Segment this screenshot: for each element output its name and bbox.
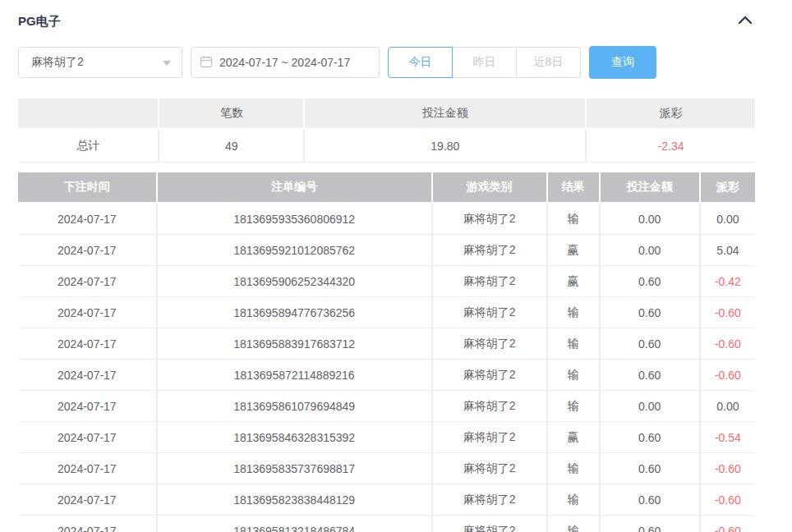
cell-result: 输	[548, 204, 599, 234]
records-header-bet-time: 下注时间	[18, 172, 156, 202]
cell-bet-amount: 0.60	[601, 422, 699, 452]
cell-bet-amount: 0.60	[601, 297, 699, 328]
cell-payout: -0.60	[701, 484, 755, 515]
summary-header-payout: 派彩	[587, 99, 755, 128]
cell-bet-time: 2024-07-17	[18, 235, 156, 265]
records-header-result: 结果	[548, 172, 599, 202]
cell-order-no: 1813695813218486784	[158, 516, 431, 532]
cell-game-type: 麻将胡了2	[433, 453, 546, 484]
summary-header-empty	[18, 99, 158, 128]
cell-bet-time: 2024-07-17	[18, 266, 156, 296]
cell-bet-amount: 0.60	[601, 453, 699, 484]
summary-header-bet-amount: 投注金额	[305, 99, 585, 128]
cell-game-type: 麻将胡了2	[433, 204, 546, 234]
table-row: 2024-07-171813695906252344320麻将胡了2赢0.60-…	[18, 266, 755, 297]
cell-order-no: 1813695823838448129	[158, 484, 431, 515]
summary-total-row: 总计 49 19.80 -2.34	[18, 130, 755, 163]
cell-order-no: 1813695846328315392	[158, 422, 431, 452]
cell-bet-amount: 0.00	[601, 204, 699, 234]
table-row: 2024-07-171813695861079694849麻将胡了2输0.000…	[18, 391, 755, 422]
cell-game-type: 麻将胡了2	[433, 266, 546, 296]
cell-payout: -0.60	[701, 453, 755, 484]
cell-game-type: 麻将胡了2	[433, 422, 546, 452]
cell-payout: -0.60	[701, 516, 755, 532]
cell-bet-amount: 0.60	[601, 484, 699, 515]
page-title: PG电子	[18, 14, 61, 30]
cell-game-type: 麻将胡了2	[433, 391, 546, 421]
quick-filter-group: 今日 昨日 近8日	[388, 47, 581, 78]
summary-table: 笔数 投注金额 派彩 总计 49 19.80 -2.34	[18, 99, 755, 163]
records-header-game-type: 游戏类别	[433, 172, 546, 202]
table-row: 2024-07-171813695823838448129麻将胡了2输0.60-…	[18, 484, 755, 516]
chevron-down-icon	[162, 56, 172, 69]
summary-total-bet-amount: 19.80	[305, 130, 585, 162]
cell-payout: 0.00	[701, 391, 755, 421]
table-row: 2024-07-171813695883917683712麻将胡了2输0.60-…	[18, 328, 755, 360]
cell-order-no: 1813695894776736256	[158, 297, 431, 328]
cell-bet-time: 2024-07-17	[18, 484, 156, 515]
cell-payout: -0.60	[701, 328, 755, 359]
cell-bet-time: 2024-07-17	[18, 453, 156, 484]
table-row: 2024-07-171813695872114889216麻将胡了2输0.60-…	[18, 360, 755, 391]
date-range-value: 2024-07-17 ~ 2024-07-17	[219, 56, 350, 69]
summary-total-label: 总计	[18, 130, 158, 162]
collapse-button[interactable]	[735, 12, 755, 30]
filter-bar: 麻将胡了2 2024-07-17 ~ 2024-07-17 今日 昨日 近8日 …	[18, 46, 755, 79]
cell-game-type: 麻将胡了2	[433, 297, 546, 328]
cell-payout: -0.60	[701, 297, 755, 328]
cell-game-type: 麻将胡了2	[433, 360, 546, 390]
cell-result: 输	[548, 516, 599, 532]
summary-header-row: 笔数 投注金额 派彩	[18, 99, 755, 128]
cell-bet-amount: 0.60	[601, 360, 699, 390]
summary-total-count: 49	[159, 130, 303, 162]
calendar-icon	[200, 55, 213, 71]
records-header-row: 下注时间 注单编号 游戏类别 结果 投注金额 派彩	[18, 172, 755, 202]
cell-bet-amount: 0.00	[601, 235, 699, 265]
cell-bet-amount: 0.60	[601, 266, 699, 296]
cell-order-no: 1813695861079694849	[158, 391, 431, 421]
table-row: 2024-07-171813695894776736256麻将胡了2输0.60-…	[18, 297, 755, 328]
cell-bet-amount: 0.60	[601, 516, 699, 532]
cell-order-no: 1813695872114889216	[158, 360, 431, 390]
cell-result: 输	[548, 453, 599, 484]
cell-order-no: 1813695883917683712	[158, 328, 431, 359]
cell-bet-time: 2024-07-17	[18, 422, 156, 452]
cell-bet-amount: 0.60	[601, 328, 699, 359]
last8days-button[interactable]: 近8日	[516, 47, 581, 78]
today-button[interactable]: 今日	[388, 47, 453, 78]
cell-result: 输	[548, 360, 599, 390]
cell-game-type: 麻将胡了2	[433, 516, 546, 532]
game-select[interactable]: 麻将胡了2	[18, 47, 182, 78]
cell-result: 赢	[548, 266, 599, 296]
chevron-up-icon	[737, 14, 753, 29]
cell-game-type: 麻将胡了2	[433, 235, 546, 265]
summary-header-count: 笔数	[159, 99, 303, 128]
yesterday-button[interactable]: 昨日	[452, 47, 517, 78]
cell-order-no: 1813695835737698817	[158, 453, 431, 484]
records-header-bet-amount: 投注金额	[601, 172, 699, 202]
cell-result: 输	[548, 328, 599, 359]
cell-result: 输	[548, 297, 599, 328]
cell-order-no: 1813695935360806912	[158, 204, 431, 234]
table-row: 2024-07-171813695921012085762麻将胡了2赢0.005…	[18, 235, 755, 266]
cell-bet-time: 2024-07-17	[18, 297, 156, 328]
pg-panel: PG电子 麻将胡了2 202	[0, 0, 792, 532]
cell-bet-time: 2024-07-17	[18, 328, 156, 359]
cell-order-no: 1813695921012085762	[158, 235, 431, 265]
records-table: 下注时间 注单编号 游戏类别 结果 投注金额 派彩 2024-07-171813…	[18, 172, 755, 532]
date-range-input[interactable]: 2024-07-17 ~ 2024-07-17	[191, 47, 380, 78]
cell-payout: 5.04	[701, 235, 755, 265]
search-button[interactable]: 查询	[589, 46, 656, 79]
table-row: 2024-07-171813695813218486784麻将胡了2输0.60-…	[18, 516, 755, 532]
cell-payout: 0.00	[701, 204, 755, 234]
cell-payout: -0.42	[701, 266, 755, 296]
cell-bet-time: 2024-07-17	[18, 391, 156, 421]
cell-result: 赢	[548, 422, 599, 452]
cell-bet-amount: 0.00	[601, 391, 699, 421]
cell-payout: -0.54	[701, 422, 755, 452]
cell-bet-time: 2024-07-17	[18, 516, 156, 532]
table-row: 2024-07-171813695935360806912麻将胡了2输0.000…	[18, 204, 755, 235]
records-header-payout: 派彩	[701, 172, 755, 202]
table-row: 2024-07-171813695835737698817麻将胡了2输0.60-…	[18, 453, 755, 484]
cell-result: 赢	[548, 235, 599, 265]
